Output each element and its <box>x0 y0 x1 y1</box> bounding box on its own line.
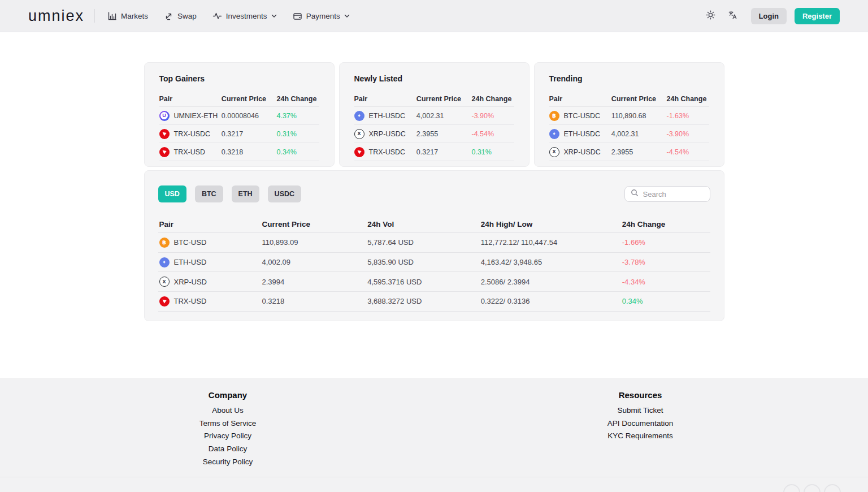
chevron-down-icon <box>344 14 350 18</box>
pair-cell: TRX-USD <box>159 147 222 157</box>
volume-24h: 4,595.3716 USD <box>367 278 480 286</box>
brand-logo[interactable]: umniex <box>28 8 84 24</box>
nav-item-payments[interactable]: Payments <box>293 11 350 21</box>
current-price: 2.3955 <box>611 148 667 156</box>
chevron-down-icon <box>271 14 277 18</box>
card-pair-row[interactable]: TRX-USDC0.32170.31% <box>354 143 514 161</box>
card-pair-row[interactable]: TRX-USD0.32180.34% <box>159 143 319 161</box>
footer-link[interactable]: Submit Ticket <box>434 404 847 417</box>
pair-label: TRX-USDC <box>174 130 211 138</box>
umniex-coin-icon: U <box>159 111 170 121</box>
footer-column-title: Resources <box>434 390 847 400</box>
table-row[interactable]: XXRP-USD2.39944,595.3716 USD2.5086/ 2.39… <box>158 272 710 292</box>
filter-button-btc[interactable]: BTC <box>195 185 223 202</box>
pair-label: TRX-USD <box>174 148 206 156</box>
volume-24h: 3,688.3272 USD <box>367 297 480 305</box>
column-header: Current Price <box>222 95 277 103</box>
card-header-row: PairCurrent Price24h Change <box>159 91 319 107</box>
card-pair-row[interactable]: TRX-USDC0.32170.31% <box>159 125 319 143</box>
footer-link[interactable]: Data Policy <box>21 443 434 456</box>
pair-label: TRX-USD <box>174 297 207 305</box>
nav-item-label: Payments <box>306 12 340 20</box>
card-header-row: PairCurrent Price24h Change <box>354 91 514 107</box>
nav-item-label: Swap <box>177 12 197 20</box>
table-row[interactable]: ♦ETH-USD4,002.095,835.90 USD4,163.42/ 3,… <box>158 253 710 273</box>
pair-cell: ♦ETH-USD <box>159 257 262 267</box>
card-pair-row[interactable]: ฿BTC-USDC110,890.68-1.63% <box>549 107 709 125</box>
footer-link[interactable]: KYC Requirements <box>434 430 847 443</box>
card-pair-row[interactable]: XXRP-USDC2.3955-4.54% <box>354 125 514 143</box>
main-nav: MarketsSwapInvestmentsPayments <box>107 11 350 21</box>
high-low-24h: 112,772.12/ 110,447.54 <box>481 238 622 247</box>
card-pair-row[interactable]: ♦ETH-USDC4,002.31-3.90% <box>354 107 514 125</box>
search-box[interactable] <box>624 186 710 202</box>
change-value: 0.34% <box>622 297 709 305</box>
pair-label: ETH-USDC <box>564 130 601 138</box>
theme-toggle-button[interactable] <box>704 8 718 24</box>
nav-item-markets[interactable]: Markets <box>107 11 148 21</box>
card-pair-row[interactable]: UUMNIEX-ETH0.000080464.37% <box>159 107 319 125</box>
column-header: 24h Change <box>622 220 709 228</box>
high-low-24h: 2.5086/ 2.3994 <box>481 278 622 286</box>
footer-link[interactable]: Terms of Service <box>21 417 434 430</box>
social-button[interactable] <box>824 484 841 492</box>
column-header: Current Price <box>611 95 667 103</box>
trx-coin-icon <box>159 129 170 139</box>
footer-link[interactable]: Privacy Policy <box>21 430 434 443</box>
eth-coin-icon: ♦ <box>354 111 364 121</box>
btc-coin-icon: ฿ <box>159 238 170 248</box>
volume-24h: 5,787.64 USD <box>367 238 480 247</box>
activity-icon <box>212 11 222 21</box>
change-value: 0.34% <box>276 148 319 156</box>
current-price: 0.3218 <box>262 297 367 305</box>
pair-cell: ♦ETH-USDC <box>549 129 611 139</box>
current-price: 110,890.68 <box>611 112 667 120</box>
card-pair-row[interactable]: XXRP-USDC2.3955-4.54% <box>549 143 709 161</box>
current-price: 2.3955 <box>416 130 472 138</box>
social-button[interactable] <box>783 484 800 492</box>
current-price: 4,002.31 <box>611 130 667 138</box>
filter-button-usdc[interactable]: USDC <box>268 185 301 202</box>
footer-link[interactable]: Security Policy <box>21 456 434 469</box>
login-button[interactable]: Login <box>751 8 787 24</box>
footer-link[interactable]: API Documentation <box>434 417 847 430</box>
pair-cell: TRX-USD <box>159 296 262 307</box>
change-value: -4.34% <box>622 278 709 286</box>
search-icon <box>631 189 639 199</box>
column-header: Pair <box>159 95 222 103</box>
column-header: Current Price <box>416 95 472 103</box>
change-value: -4.54% <box>666 148 709 156</box>
pair-cell: XXRP-USD <box>159 277 262 287</box>
footer-column-resources: ResourcesSubmit TicketAPI DocumentationK… <box>434 390 847 477</box>
top-navbar: umniex MarketsSwapInvestmentsPayments Lo… <box>0 0 868 32</box>
volume-24h: 5,835.90 USD <box>367 258 480 266</box>
pair-label: BTC-USD <box>174 238 207 247</box>
eth-coin-icon: ♦ <box>549 129 559 139</box>
page-footer: CompanyAbout UsTerms of ServicePrivacy P… <box>0 378 868 492</box>
language-button[interactable] <box>726 8 740 24</box>
nav-item-label: Markets <box>121 12 148 20</box>
filter-button-eth[interactable]: ETH <box>232 185 259 202</box>
table-row[interactable]: ฿BTC-USD110,893.095,787.64 USD112,772.12… <box>158 233 710 253</box>
current-price: 0.00008046 <box>222 112 277 120</box>
footer-link[interactable]: About Us <box>21 404 434 417</box>
filter-button-usd[interactable]: USD <box>158 185 186 202</box>
search-input[interactable] <box>643 190 704 198</box>
nav-item-investments[interactable]: Investments <box>212 11 277 21</box>
nav-item-swap[interactable]: Swap <box>164 11 197 21</box>
pair-cell: XXRP-USDC <box>549 147 611 157</box>
table-row[interactable]: TRX-USD0.32183,688.3272 USD0.3222/ 0.313… <box>158 292 710 312</box>
footer-bottom-bar <box>0 477 868 492</box>
change-value: -1.63% <box>666 112 709 120</box>
market-summary-cards: Top GainersPairCurrent Price24h ChangeUU… <box>144 62 724 167</box>
xrp-coin-icon: X <box>354 129 364 139</box>
social-button[interactable] <box>804 484 821 492</box>
current-price: 2.3994 <box>262 278 367 286</box>
btc-coin-icon: ฿ <box>549 111 559 121</box>
card-pair-row[interactable]: ♦ETH-USDC4,002.31-3.90% <box>549 125 709 143</box>
register-button[interactable]: Register <box>795 8 840 24</box>
xrp-coin-icon: X <box>549 147 559 157</box>
current-price: 4,002.09 <box>262 258 367 266</box>
change-value: -3.78% <box>622 258 709 266</box>
pair-label: BTC-USDC <box>564 112 601 120</box>
